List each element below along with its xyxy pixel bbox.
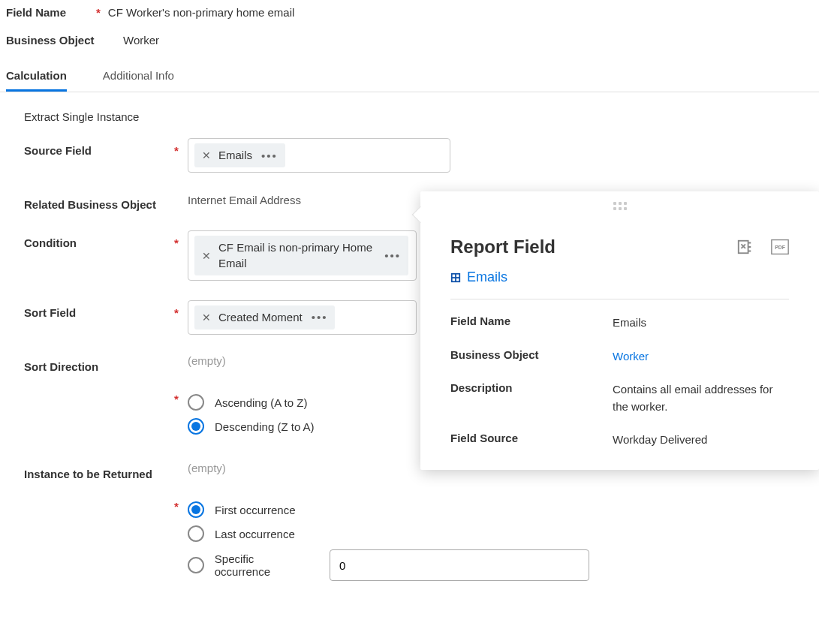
instance-specific-label: Specific occurrence xyxy=(215,552,312,578)
field-name-label: Field Name xyxy=(6,6,96,19)
condition-pill[interactable]: ✕ CF Email is non-primary Home Email ••• xyxy=(194,236,408,275)
required-indicator: * xyxy=(96,6,101,19)
tab-calculation[interactable]: Calculation xyxy=(6,62,67,92)
object-icon xyxy=(450,272,461,283)
svg-rect-5 xyxy=(456,274,459,277)
instance-label: Instance to be Returned xyxy=(24,462,174,480)
required-indicator: * xyxy=(174,300,188,319)
sort-direction-label: Sort Direction xyxy=(24,354,174,373)
sort-field-label: Sort Field xyxy=(24,300,174,319)
popup-title: Report Field xyxy=(450,236,556,257)
source-field-label: Source Field xyxy=(24,138,174,157)
related-bo-label: Related Business Object xyxy=(24,192,174,211)
svg-rect-6 xyxy=(453,278,456,281)
drag-handle-icon[interactable] xyxy=(613,202,627,210)
pill-text: CF Email is non-primary Home Email xyxy=(218,240,375,271)
remove-icon[interactable]: ✕ xyxy=(202,150,211,161)
sort-field-input[interactable]: ✕ Created Moment ••• xyxy=(188,300,417,335)
more-icon[interactable]: ••• xyxy=(261,149,278,162)
popup-field-name-label: Field Name xyxy=(450,314,613,332)
tab-bar: Calculation Additional Info xyxy=(0,62,819,92)
required-indicator: * xyxy=(174,138,188,157)
svg-text:PDF: PDF xyxy=(775,245,785,250)
instance-specific-radio[interactable] xyxy=(188,557,204,573)
export-pdf-icon[interactable]: PDF xyxy=(771,239,789,255)
pill-text: Created Moment xyxy=(218,310,303,325)
popup-description-value: Contains all email addresses for the wor… xyxy=(613,381,789,415)
tab-additional-info[interactable]: Additional Info xyxy=(103,62,174,92)
required-indicator: * xyxy=(174,230,188,249)
svg-rect-4 xyxy=(453,274,456,277)
popup-bo-label: Business Object xyxy=(450,348,613,366)
popup-field-name-value: Emails xyxy=(613,314,789,332)
popup-link[interactable]: Emails xyxy=(467,269,507,285)
required-indicator: * xyxy=(174,387,188,405)
instance-first-label: First occurrence xyxy=(215,504,296,516)
field-name-value: CF Worker's non-primary home email xyxy=(108,6,294,19)
instance-last-radio[interactable] xyxy=(188,525,204,542)
pill-text: Emails xyxy=(218,148,252,163)
instance-first-radio[interactable] xyxy=(188,501,204,518)
source-field-input[interactable]: ✕ Emails ••• xyxy=(188,138,450,173)
remove-icon[interactable]: ✕ xyxy=(202,251,211,261)
export-excel-icon[interactable] xyxy=(736,239,753,255)
sort-asc-label: Ascending (A to Z) xyxy=(215,396,307,409)
more-icon[interactable]: ••• xyxy=(384,249,401,262)
sort-field-pill[interactable]: ✕ Created Moment ••• xyxy=(194,305,335,330)
popup-description-label: Description xyxy=(450,381,613,415)
popup-bo-value[interactable]: Worker xyxy=(613,348,789,366)
specific-occurrence-input[interactable] xyxy=(330,549,589,581)
sort-desc-radio[interactable] xyxy=(188,418,204,435)
popup-field-source-label: Field Source xyxy=(450,432,613,449)
required-indicator: * xyxy=(174,494,188,513)
related-bo-value: Internet Email Address xyxy=(188,192,301,206)
sort-asc-radio[interactable] xyxy=(188,394,204,411)
svg-rect-7 xyxy=(456,278,459,281)
more-icon[interactable]: ••• xyxy=(312,311,328,324)
condition-label: Condition xyxy=(24,230,174,249)
business-object-value: Worker xyxy=(123,34,159,47)
business-object-label: Business Object xyxy=(6,34,96,47)
condition-input[interactable]: ✕ CF Email is non-primary Home Email ••• xyxy=(188,230,417,281)
instance-last-label: Last occurrence xyxy=(215,528,295,540)
report-field-popup: Report Field PDF Emails Field Name Email… xyxy=(420,191,819,470)
sort-desc-label: Descending (Z to A) xyxy=(215,420,315,433)
section-title: Extract Single Instance xyxy=(24,110,819,123)
source-field-pill[interactable]: ✕ Emails ••• xyxy=(194,143,285,167)
popup-field-source-value: Workday Delivered xyxy=(613,432,789,449)
remove-icon[interactable]: ✕ xyxy=(202,312,211,323)
